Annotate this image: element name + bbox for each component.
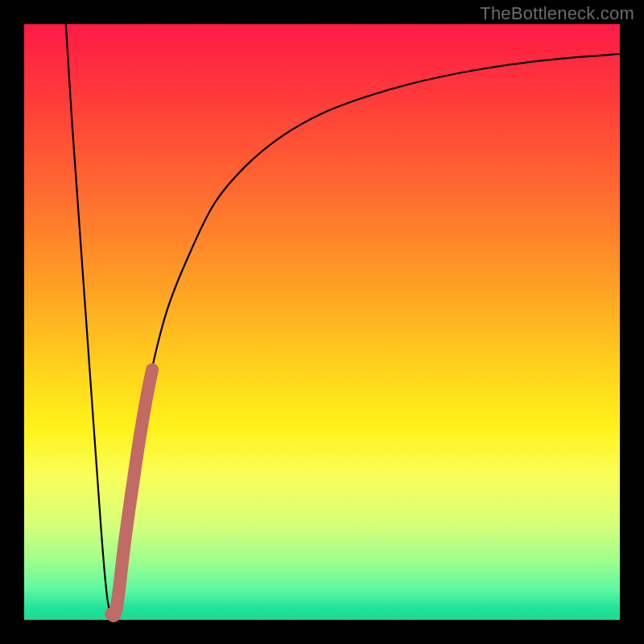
highlight-segment — [111, 369, 152, 616]
chart-svg — [24, 24, 620, 620]
bottleneck-curve — [66, 24, 620, 619]
watermark-label: TheBottleneck.com — [480, 3, 634, 24]
chart-frame: TheBottleneck.com — [0, 0, 644, 644]
plot-area — [24, 24, 620, 620]
